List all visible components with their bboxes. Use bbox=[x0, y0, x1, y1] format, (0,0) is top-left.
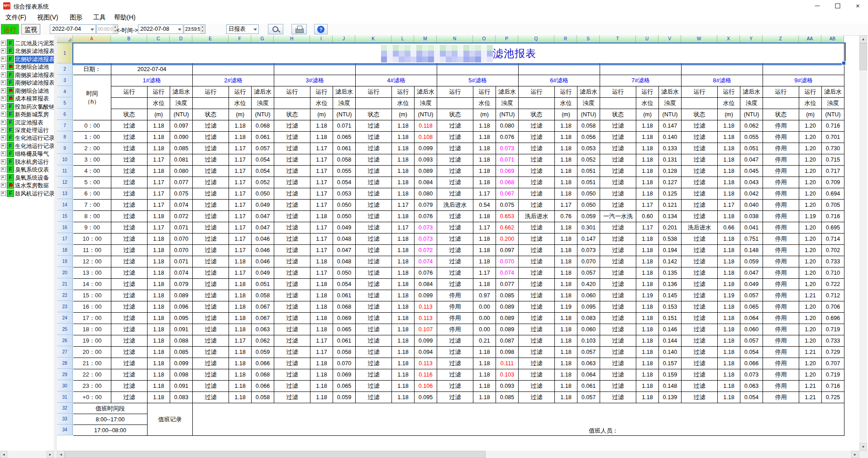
status-cell[interactable]: 过滤 bbox=[274, 211, 310, 222]
level-cell[interactable]: 1.18 bbox=[310, 120, 333, 132]
level-cell[interactable]: 1.18 bbox=[310, 313, 333, 324]
level-cell[interactable]: 1.20 bbox=[799, 120, 822, 132]
status-cell[interactable]: 过滤 bbox=[600, 324, 636, 335]
level-cell[interactable]: 0.21 bbox=[473, 335, 496, 347]
status-cell[interactable]: 过滤 bbox=[682, 324, 718, 335]
status-cell[interactable]: 过滤 bbox=[600, 335, 636, 347]
tree-item-1[interactable]: F北侧炭滤池报表 bbox=[0, 47, 54, 54]
expand-icon[interactable] bbox=[1, 120, 6, 125]
level-cell[interactable]: 1.21 bbox=[799, 290, 822, 301]
hscroll-thumb[interactable] bbox=[65, 451, 486, 458]
status-cell[interactable]: 过滤 bbox=[111, 234, 148, 245]
turbidity-cell[interactable]: 0.055 bbox=[333, 166, 356, 177]
turbidity-cell[interactable]: 0.730 bbox=[822, 143, 844, 154]
level-cell[interactable]: 1.18 bbox=[636, 369, 659, 381]
status-cell[interactable]: 过滤 bbox=[437, 132, 473, 143]
status-cell[interactable]: 过滤 bbox=[193, 301, 229, 313]
level-cell[interactable]: 1.18 bbox=[636, 313, 659, 324]
level-cell[interactable]: 1.18 bbox=[229, 358, 252, 369]
level-cell[interactable]: 1.20 bbox=[799, 358, 822, 369]
tree-item-6[interactable]: F南侧组合滤池 bbox=[0, 86, 54, 94]
turbidity-cell[interactable]: 0.063 bbox=[740, 381, 763, 392]
turbidity-cell[interactable]: 0.719 bbox=[822, 369, 844, 381]
column-header-E[interactable]: E bbox=[192, 35, 229, 43]
duty-record-area-cell[interactable]: 值班人员： bbox=[193, 403, 844, 436]
turbidity-cell[interactable]: 0.057 bbox=[577, 392, 600, 403]
status-cell[interactable]: 过滤 bbox=[274, 324, 310, 335]
level-cell[interactable]: 1.18 bbox=[392, 290, 415, 301]
status-cell[interactable]: 过滤 bbox=[111, 154, 148, 166]
turbidity-cell[interactable]: 0.069 bbox=[333, 369, 356, 381]
level-cell[interactable]: 1.18 bbox=[718, 154, 740, 166]
status-cell[interactable]: 过滤 bbox=[274, 381, 310, 392]
level-cell[interactable]: 1.18 bbox=[636, 177, 659, 188]
turbidity-cell[interactable]: 0.054 bbox=[252, 154, 274, 166]
level-cell[interactable]: 1.18 bbox=[555, 222, 577, 234]
turbidity-cell[interactable]: 0.116 bbox=[415, 369, 437, 381]
status-cell[interactable]: 过滤 bbox=[274, 313, 310, 324]
status-cell[interactable]: 过滤 bbox=[437, 211, 473, 222]
status-cell[interactable]: 过滤 bbox=[111, 279, 148, 290]
status-cell[interactable]: 过滤 bbox=[682, 392, 718, 403]
turbidity-cell[interactable]: 0.064 bbox=[577, 369, 600, 381]
level-cell[interactable]: 1.17 bbox=[229, 222, 252, 234]
level-cell[interactable]: 1.18 bbox=[473, 279, 496, 290]
column-header-C[interactable]: C bbox=[147, 35, 170, 43]
level-cell[interactable]: 1.18 bbox=[392, 120, 415, 132]
report-title-cell[interactable]: 滤池报表 bbox=[73, 43, 844, 64]
turbidity-cell[interactable]: 0.095 bbox=[577, 301, 600, 313]
status-cell[interactable]: 过滤 bbox=[111, 177, 148, 188]
turbidity-cell[interactable]: 0.076 bbox=[496, 132, 519, 143]
column-header-D[interactable]: D bbox=[170, 35, 192, 43]
status-cell[interactable]: 停用 bbox=[763, 267, 799, 279]
status-cell[interactable]: 过滤 bbox=[193, 234, 229, 245]
status-cell[interactable]: 停用 bbox=[763, 222, 799, 234]
subheader-cell[interactable]: (m) bbox=[636, 109, 659, 120]
turbidity-cell[interactable]: 0.065 bbox=[333, 132, 356, 143]
time-cell[interactable]: 7：00 bbox=[73, 200, 111, 211]
level-cell[interactable]: 1.18 bbox=[310, 211, 333, 222]
level-cell[interactable]: 1.18 bbox=[555, 267, 577, 279]
status-cell[interactable]: 过滤 bbox=[111, 188, 148, 200]
turbidity-cell[interactable]: 0.079 bbox=[415, 200, 437, 211]
turbidity-cell[interactable]: 0.051 bbox=[740, 143, 763, 154]
turbidity-cell[interactable]: 0.091 bbox=[170, 381, 193, 392]
subheader-cell[interactable]: 浊度 bbox=[252, 98, 274, 109]
time-cell[interactable]: 17：00 bbox=[73, 313, 111, 324]
turbidity-cell[interactable]: 0.049 bbox=[252, 200, 274, 211]
status-cell[interactable]: 过滤 bbox=[682, 381, 718, 392]
turbidity-cell[interactable]: 0.133 bbox=[659, 143, 682, 154]
level-cell[interactable]: 1.18 bbox=[636, 132, 659, 143]
level-cell[interactable]: 1.17 bbox=[310, 200, 333, 211]
row-header-8[interactable]: 8 bbox=[57, 131, 73, 143]
time-cell[interactable]: 20：00 bbox=[73, 347, 111, 358]
level-cell[interactable]: 1.18 bbox=[392, 211, 415, 222]
time-cell[interactable]: 0：00 bbox=[73, 120, 111, 132]
empty-cell[interactable] bbox=[763, 64, 844, 75]
subheader-cell[interactable]: 水位 bbox=[229, 98, 252, 109]
subheader-cell[interactable] bbox=[519, 98, 555, 109]
turbidity-cell[interactable]: 0.751 bbox=[740, 234, 763, 245]
turbidity-cell[interactable]: 0.071 bbox=[170, 222, 193, 234]
level-cell[interactable]: 1.20 bbox=[799, 166, 822, 177]
level-cell[interactable]: 1.17 bbox=[229, 267, 252, 279]
subheader-cell[interactable]: (NTU) bbox=[659, 109, 682, 120]
status-cell[interactable]: 过滤 bbox=[356, 120, 392, 132]
turbidity-cell[interactable]: 0.056 bbox=[577, 132, 600, 143]
turbidity-cell[interactable]: 0.153 bbox=[659, 301, 682, 313]
turbidity-cell[interactable]: 0.063 bbox=[252, 324, 274, 335]
subheader-cell[interactable]: 滤后水 bbox=[496, 86, 519, 98]
turbidity-cell[interactable]: 0.135 bbox=[659, 267, 682, 279]
turbidity-cell[interactable]: 0.072 bbox=[170, 211, 193, 222]
subheader-cell[interactable]: (m) bbox=[229, 109, 252, 120]
subheader-cell[interactable]: (NTU) bbox=[170, 109, 193, 120]
level-cell[interactable]: 1.17 bbox=[229, 335, 252, 347]
status-cell[interactable]: 过滤 bbox=[682, 290, 718, 301]
time-cell[interactable]: +0：00 bbox=[73, 392, 111, 403]
status-cell[interactable]: 停用 bbox=[763, 200, 799, 211]
subheader-cell[interactable]: 滤后水 bbox=[740, 86, 763, 98]
turbidity-cell[interactable]: 0.054 bbox=[252, 166, 274, 177]
expand-icon[interactable] bbox=[1, 64, 6, 69]
level-cell[interactable]: 1.18 bbox=[310, 132, 333, 143]
status-cell[interactable]: 停用 bbox=[763, 381, 799, 392]
